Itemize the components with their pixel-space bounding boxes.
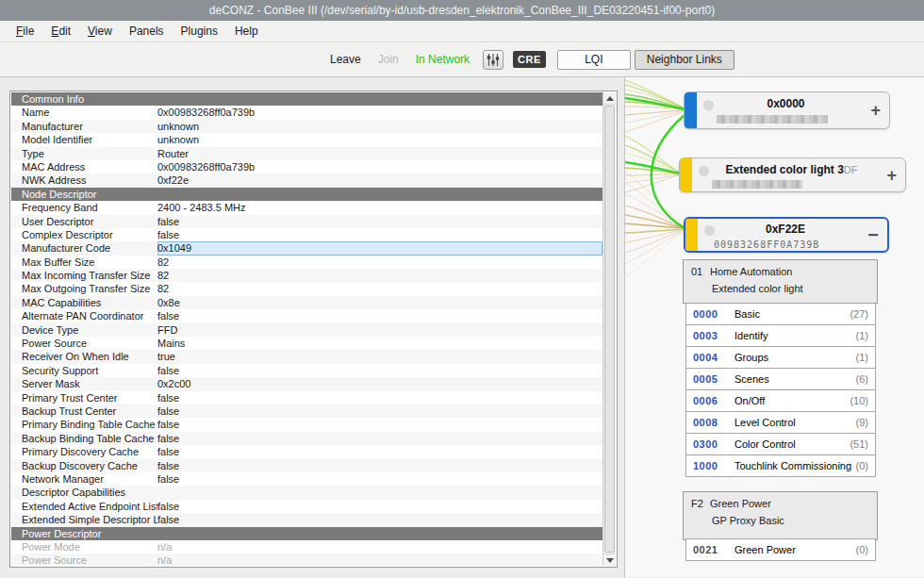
- cluster-row-0021[interactable]: 0021Green Power(0): [685, 538, 876, 561]
- row-label: Type: [11, 147, 157, 160]
- menu-item-file[interactable]: File: [8, 23, 42, 40]
- node-title: 0xF22E: [716, 223, 855, 236]
- table-row[interactable]: Primary Trust Centerfalse: [11, 391, 602, 405]
- node-status-dot: [703, 100, 714, 110]
- table-row[interactable]: Power SourceMains: [11, 337, 602, 350]
- row-label: Receiver On When Idle: [11, 350, 157, 363]
- table-row[interactable]: User Descriptorfalse: [11, 215, 602, 228]
- table-row[interactable]: Primary Binding Table Cachefalse: [11, 418, 602, 431]
- endpoint-header-f2: F2Green Power GP Proxy Basic: [683, 491, 878, 540]
- table-row[interactable]: Backup Binding Table Cachefalse: [11, 432, 602, 445]
- row-value: 0x00983268ff0a739b: [157, 106, 602, 119]
- table-row[interactable]: Server Mask0x2c00: [11, 377, 602, 390]
- table-row[interactable]: Max Incoming Transfer Size82: [11, 269, 602, 282]
- cluster-row-0006[interactable]: 0006On/Off(10): [685, 389, 876, 412]
- cluster-count: (51): [850, 438, 868, 450]
- row-value: false: [157, 472, 602, 486]
- row-value: false: [157, 500, 602, 513]
- row-value: true: [157, 350, 602, 363]
- menu-item-panels[interactable]: Panels: [121, 23, 173, 40]
- cluster-name: Color Control: [727, 438, 850, 450]
- row-label: Extended Active Endpoint List: [11, 500, 157, 513]
- section-header: Node Descriptor: [11, 188, 602, 201]
- scrollbar-thumb[interactable]: [604, 106, 615, 553]
- table-row[interactable]: Network Managerfalse: [11, 472, 602, 486]
- row-value: 82: [157, 282, 602, 295]
- table-row[interactable]: Power Moden/a: [11, 540, 602, 553]
- table-row[interactable]: Manufacturerunknown: [11, 120, 602, 133]
- table-row[interactable]: Alternate PAN Coordinatorfalse: [11, 309, 602, 322]
- neighbor-links-button[interactable]: Neighbor Links: [635, 50, 734, 70]
- table-row[interactable]: Complex Descriptorfalse: [11, 228, 602, 241]
- node-coordinator[interactable]: 0x0000 +: [684, 91, 890, 129]
- expand-button[interactable]: +: [870, 102, 881, 119]
- table-row[interactable]: Max Outgoing Transfer Size82: [11, 282, 602, 295]
- menu-item-view[interactable]: View: [79, 23, 121, 40]
- endpoint-profile: Green Power: [710, 498, 771, 509]
- table-row[interactable]: Receiver On When Idletrue: [11, 350, 602, 363]
- row-label: Frequency Band: [11, 201, 157, 214]
- row-value: 0x2c00: [157, 377, 602, 390]
- scroll-down-button[interactable]: [603, 553, 616, 566]
- cluster-row-0004[interactable]: 0004Groups(1): [685, 346, 876, 369]
- node-mac-address: 00983268FF0A739B: [714, 239, 819, 250]
- table-row[interactable]: MAC Capabilities0x8e: [11, 296, 602, 309]
- lqi-button[interactable]: LQI: [557, 50, 631, 70]
- leave-button[interactable]: Leave: [330, 53, 361, 66]
- table-row[interactable]: Manufacturer Code0x1049: [11, 241, 602, 255]
- table-row[interactable]: Extended Simple Descriptor Listfalse: [11, 513, 602, 526]
- table-row[interactable]: MAC Address0x00983268ff0a739b: [11, 160, 602, 173]
- cluster-row-0005[interactable]: 0005Scenes(6): [685, 368, 876, 390]
- collapse-button[interactable]: −: [867, 225, 879, 244]
- menu-item-help[interactable]: Help: [226, 23, 267, 40]
- table-row[interactable]: NWK Address0xf22e: [11, 173, 602, 187]
- table-scrollbar[interactable]: [602, 92, 616, 566]
- cluster-name: Identify: [727, 330, 856, 341]
- menu-item-plugins[interactable]: Plugins: [173, 23, 226, 40]
- table-row[interactable]: Power Sourcen/a: [11, 553, 602, 566]
- node-title-suffix: DF: [844, 164, 858, 175]
- window-title: deCONZ - ConBee III (/dev/serial/by-id/u…: [209, 4, 715, 17]
- table-row[interactable]: Device TypeFFD: [11, 323, 602, 337]
- row-label: NWK Address: [11, 173, 157, 187]
- cluster-id: 0004: [693, 352, 727, 363]
- scroll-up-button[interactable]: [603, 92, 616, 105]
- table-row[interactable]: Frequency Band2400 - 2483.5 MHz: [11, 201, 602, 214]
- table-row[interactable]: Name0x00983268ff0a739b: [11, 106, 602, 119]
- cluster-count: (27): [850, 308, 868, 320]
- table-row[interactable]: Descriptor Capabilities: [11, 486, 602, 499]
- cluster-name: Level Control: [727, 417, 856, 428]
- table-row[interactable]: TypeRouter: [11, 147, 602, 160]
- cluster-id: 0005: [693, 373, 727, 385]
- node-title-text: Extended color light 3: [725, 163, 843, 176]
- table-row[interactable]: Backup Trust Centerfalse: [11, 405, 602, 418]
- cluster-id: 0021: [693, 544, 727, 555]
- node-info-table: Common InfoName0x00983268ff0a739bManufac…: [11, 92, 602, 566]
- table-row[interactable]: Model Identifierunknown: [11, 133, 602, 146]
- cluster-row-0003[interactable]: 0003Identify(1): [685, 324, 876, 347]
- cluster-row-0300[interactable]: 0300Color Control(51): [685, 433, 876, 455]
- table-row[interactable]: Primary Discovery Cachefalse: [11, 445, 602, 458]
- table-row[interactable]: Security Supportfalse: [11, 364, 602, 377]
- endpoint-device: Extended color light: [691, 283, 869, 294]
- cluster-row-1000[interactable]: 1000Touchlink Commissioning(0): [685, 454, 876, 477]
- sliders-icon-button[interactable]: [483, 50, 503, 70]
- cluster-row-0000[interactable]: 0000Basic(27): [685, 303, 876, 325]
- table-row[interactable]: Backup Discovery Cachefalse: [11, 459, 602, 472]
- row-label: Server Mask: [11, 377, 157, 390]
- node-0xf22e[interactable]: 0xF22E 00983268FF0A739B −: [684, 217, 889, 253]
- node-extended-color-light[interactable]: Extended color light 3DF +: [679, 157, 906, 192]
- row-value: unknown: [157, 120, 602, 133]
- table-row[interactable]: Max Buffer Size82: [11, 256, 602, 269]
- expand-button[interactable]: +: [886, 167, 897, 184]
- cluster-name: Green Power: [727, 544, 856, 555]
- endpoint-profile: Home Automation: [710, 266, 792, 277]
- row-value: 0x00983268ff0a739b: [157, 160, 602, 173]
- table-row[interactable]: Extended Active Endpoint Listfalse: [11, 500, 602, 513]
- title-bar: deCONZ - ConBee III (/dev/serial/by-id/u…: [0, 0, 924, 21]
- menu-item-edit[interactable]: Edit: [42, 23, 79, 40]
- row-value: [157, 486, 602, 499]
- row-label: Extended Simple Descriptor List: [11, 513, 157, 526]
- row-value: 2400 - 2483.5 MHz: [157, 201, 602, 214]
- cluster-row-0008[interactable]: 0008Level Control(9): [685, 411, 876, 434]
